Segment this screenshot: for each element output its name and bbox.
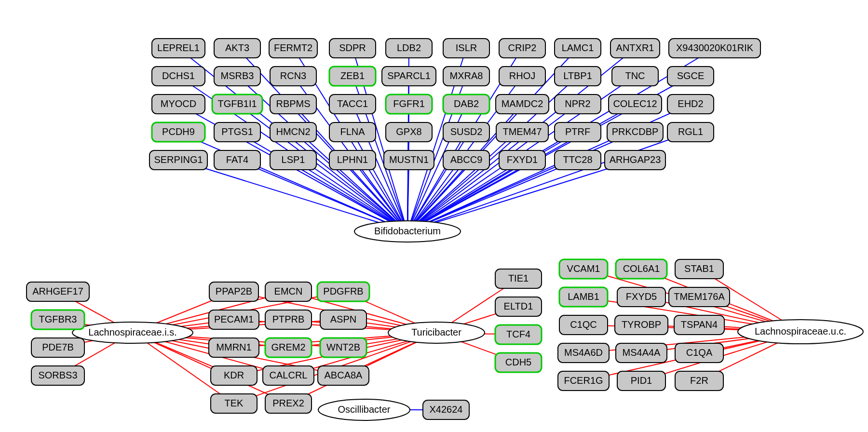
gene-node-WNT2B: WNT2B — [320, 338, 366, 357]
gene-label: FGFR1 — [393, 98, 425, 109]
gene-label: ANTXR1 — [616, 42, 654, 53]
gene-node-ELTD1: ELTD1 — [495, 297, 542, 316]
edge-Bifidobacterium-TGFB1I1 — [237, 104, 407, 231]
gene-node-RBPMS: RBPMS — [270, 94, 316, 114]
gene-node-CDH5: CDH5 — [495, 353, 542, 372]
gene-node-MS4A6D: MS4A6D — [558, 343, 609, 363]
gene-node-TGFB1I1: TGFB1I1 — [212, 94, 262, 114]
gene-label: TNC — [625, 70, 645, 81]
gene-label: X9430020K01RIK — [676, 42, 754, 53]
gene-node-SORBS3: SORBS3 — [31, 366, 84, 385]
gene-node-TTC28: TTC28 — [555, 150, 601, 170]
gene-node-TIE1: TIE1 — [495, 269, 542, 288]
gene-node-ANTXR1: ANTXR1 — [610, 39, 660, 58]
gene-label: NPR2 — [565, 98, 590, 109]
gene-label: PTRF — [565, 126, 590, 137]
gene-label: PDGFRB — [323, 286, 363, 297]
gene-node-COLEC12: COLEC12 — [609, 94, 662, 114]
microbe-label: Bifidobacterium — [374, 226, 441, 236]
edge-Bifidobacterium-TMEM47 — [407, 132, 522, 231]
gene-label: PDE7B — [42, 342, 74, 352]
edge-Bifidobacterium-TTC28 — [407, 160, 578, 231]
gene-label: TEK — [225, 398, 244, 408]
gene-label: SDPR — [339, 42, 366, 53]
microbe-label: Oscillibacter — [338, 404, 391, 415]
gene-node-MXRA8: MXRA8 — [443, 67, 489, 86]
gene-label: MUSTN1 — [389, 154, 429, 165]
gene-node-VCAM1: VCAM1 — [559, 259, 608, 279]
gene-label: CALCRL — [270, 370, 308, 380]
gene-node-PTPRB: PTPRB — [265, 310, 312, 329]
gene-node-MAMDC2: MAMDC2 — [496, 94, 549, 114]
gene-label: SPARCL1 — [387, 70, 431, 81]
gene-node-FXYD5: FXYD5 — [617, 287, 665, 307]
gene-node-MMRN1: MMRN1 — [209, 338, 259, 357]
gene-label: MAMDC2 — [502, 98, 543, 109]
gene-node-SPARCL1: SPARCL1 — [382, 67, 436, 86]
gene-node-SUSD2: SUSD2 — [443, 122, 489, 142]
gene-label: TCF4 — [506, 329, 530, 339]
edge-Bifidobacterium-ARHGAP23 — [407, 160, 635, 231]
microbe-node-Lachnospiraceae.i.s.: Lachnospiraceae.i.s. — [72, 322, 193, 343]
gene-node-ARHGAP23: ARHGAP23 — [605, 150, 665, 170]
gene-node-CRIP2: CRIP2 — [499, 39, 545, 58]
gene-label: PTGS1 — [221, 126, 253, 137]
gene-node-MUSTN1: MUSTN1 — [384, 150, 434, 170]
gene-label: RGL1 — [678, 126, 703, 137]
gene-node-RGL1: RGL1 — [667, 122, 714, 142]
gene-label: RCN3 — [280, 70, 306, 81]
gene-label: DAB2 — [454, 98, 479, 109]
gene-label: SORBS3 — [38, 370, 77, 380]
gene-label: DCHS1 — [162, 70, 195, 81]
gene-node-KDR: KDR — [211, 366, 257, 385]
gene-label: MSRB3 — [221, 70, 254, 81]
gene-node-DAB2: DAB2 — [443, 94, 489, 114]
edge-Bifidobacterium-FAT4 — [237, 160, 407, 231]
gene-label: MS4A6D — [564, 347, 603, 358]
gene-node-TMEM47: TMEM47 — [496, 122, 548, 142]
gene-label: EHD2 — [678, 98, 703, 109]
gene-label: AKT3 — [225, 42, 249, 53]
gene-label: TGFB1I1 — [217, 98, 257, 109]
microbe-node-Turicibacter: Turicibacter — [388, 322, 485, 343]
gene-label: RHOJ — [509, 70, 535, 81]
microbe-node-Lachnospiraceae.u.c.: Lachnospiraceae.u.c. — [738, 320, 863, 344]
gene-label: MXRA8 — [450, 70, 483, 81]
gene-label: SGCE — [677, 70, 705, 81]
gene-node-PTGS1: PTGS1 — [214, 122, 260, 142]
gene-label: X42624 — [430, 404, 463, 415]
gene-label: ASPN — [330, 314, 356, 324]
nodes-group: BifidobacteriumLachnospiraceae.i.s.Turic… — [27, 39, 863, 420]
gene-label: KDR — [224, 370, 244, 380]
gene-label: FXYD1 — [507, 154, 538, 165]
gene-label: TIE1 — [508, 273, 529, 284]
gene-label: VCAM1 — [567, 263, 600, 274]
gene-label: WNT2B — [326, 342, 360, 352]
gene-node-LDB2: LDB2 — [386, 39, 432, 58]
gene-label: SUSD2 — [450, 126, 483, 137]
gene-node-GREM2: GREM2 — [265, 338, 312, 357]
gene-node-ABCC9: ABCC9 — [443, 150, 489, 170]
gene-node-RHOJ: RHOJ — [499, 67, 545, 86]
gene-label: LPHN1 — [337, 154, 368, 165]
gene-label: LEPREL1 — [157, 42, 200, 53]
network-diagram: BifidobacteriumLachnospiraceae.i.s.Turic… — [0, 0, 868, 432]
gene-label: ARHGAP23 — [610, 154, 661, 165]
microbe-label: Lachnospiraceae.i.s. — [88, 327, 176, 338]
gene-node-FGFR1: FGFR1 — [386, 94, 432, 114]
gene-node-PCDH9: PCDH9 — [152, 122, 205, 142]
gene-label: TTC28 — [563, 154, 592, 165]
gene-label: PTPRB — [272, 314, 305, 324]
gene-label: CDH5 — [505, 357, 531, 367]
gene-node-X9430020K01RIK: X9430020K01RIK — [669, 39, 760, 58]
edge-Bifidobacterium-SERPING1 — [178, 160, 407, 231]
gene-node-EHD2: EHD2 — [667, 94, 714, 114]
gene-label: GPX8 — [396, 126, 421, 137]
gene-label: FXYD5 — [626, 291, 657, 302]
gene-node-GPX8: GPX8 — [386, 122, 432, 142]
gene-label: LTBP1 — [563, 70, 592, 81]
gene-label: FCER1G — [564, 375, 603, 386]
gene-node-PTRF: PTRF — [555, 122, 601, 142]
gene-node-ASPN: ASPN — [320, 310, 366, 329]
gene-label: PREX2 — [272, 398, 304, 408]
